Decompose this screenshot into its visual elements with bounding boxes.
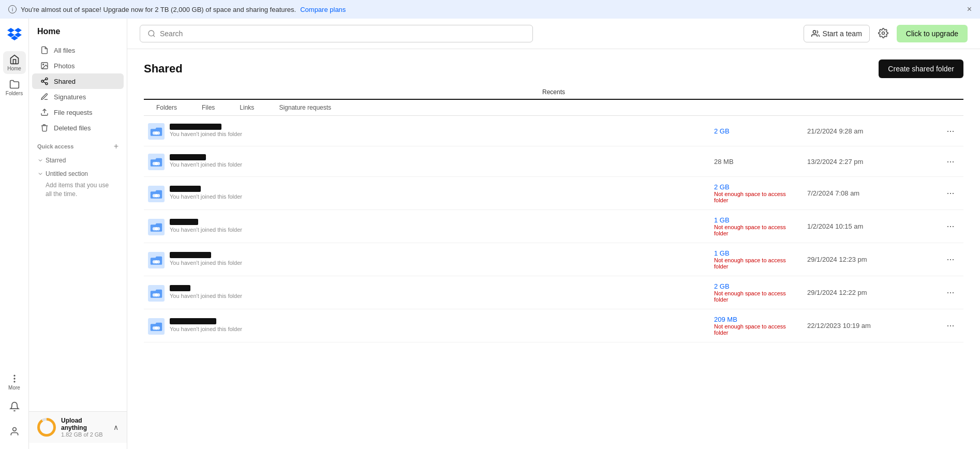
sidebar-item-all-files[interactable]: All files [32,42,124,58]
file-more-button[interactable]: ··· [942,252,958,267]
table-row[interactable]: You haven't joined this folder 1 GBNot e… [144,243,963,276]
file-subtext: You haven't joined this folder [170,260,242,266]
folder-icon [148,123,165,140]
sidebar-item-deleted-files[interactable]: Deleted files [32,120,124,136]
file-more-button[interactable]: ··· [942,318,958,333]
folder-icon [148,285,165,302]
upgrade-button[interactable]: Click to upgrade [897,25,968,42]
file-name [170,251,242,259]
file-name-redacted [170,186,201,192]
filter-signature-requests[interactable]: Signature requests [266,100,344,115]
filter-links[interactable]: Links [227,100,266,115]
svg-point-4 [14,381,15,382]
file-name-info: You haven't joined this folder [170,218,242,233]
untitled-section-label: Untitled section [46,170,88,177]
add-items-text: Add items that you use all the time. [37,179,118,201]
start-team-button[interactable]: Start a team [804,25,870,42]
deleted-files-label: Deleted files [54,124,91,132]
starred-section: Starred [29,153,127,167]
starred-header[interactable]: Starred [37,155,118,166]
team-icon [811,29,820,38]
rail-more-label: More [8,385,20,391]
banner-close-button[interactable]: × [967,5,972,14]
settings-icon [878,28,888,38]
page-area: Shared Create shared folder Recents Fold… [127,49,980,449]
shared-label: Shared [54,78,76,85]
file-actions-cell: ··· [938,119,963,143]
svg-point-5 [12,428,16,431]
svg-point-33 [157,227,160,230]
svg-point-45 [157,326,160,330]
table-row[interactable]: You haven't joined this folder 28 MB 13/… [144,146,963,177]
file-name-info: You haven't joined this folder [170,185,242,200]
file-name-cell: You haven't joined this folder [144,181,710,206]
file-name [170,284,242,292]
storage-expand-button[interactable]: ∧ [113,423,118,431]
rail-home[interactable]: Home [3,51,26,74]
compare-plans-link[interactable]: Compare plans [300,6,346,13]
svg-point-36 [153,260,156,263]
table-row[interactable]: You haven't joined this folder 2 GB 21/2… [144,116,963,146]
file-subtext: You haven't joined this folder [170,326,242,332]
file-name [170,122,242,130]
rail-folders[interactable]: Folders [3,76,26,99]
folder-icon [148,219,165,235]
svg-point-17 [882,32,884,34]
rail-more[interactable]: More [3,370,26,393]
rail-notifications[interactable] [3,395,26,418]
main-content: Start a team Click to upgrade Shared Cre… [127,19,980,449]
settings-button[interactable] [876,26,890,42]
svg-text:i: i [12,7,13,12]
file-subtext: You haven't joined this folder [170,227,242,233]
svg-point-16 [813,31,815,33]
sidebar-item-photos[interactable]: Photos [32,58,124,73]
file-more-button[interactable]: ··· [942,219,958,234]
svg-point-20 [153,131,156,134]
search-input[interactable] [160,29,525,38]
rail-user[interactable] [3,420,26,443]
svg-point-24 [153,162,156,165]
file-date-cell: 29/1/2024 12:23 pm [803,251,938,267]
folder-icon [148,252,165,268]
sidebar-item-signatures[interactable]: Signatures [32,89,124,104]
sidebar-item-shared[interactable]: Shared [32,73,124,89]
search-bar[interactable] [140,25,533,42]
starred-label: Starred [46,157,66,164]
file-more-button[interactable]: ··· [942,154,958,169]
file-more-button[interactable]: ··· [942,285,958,300]
storage-circle [37,418,56,437]
all-files-label: All files [54,47,75,54]
sidebar-item-file-requests[interactable]: File requests [32,104,124,120]
table-row[interactable]: You haven't joined this folder 2 GBNot e… [144,177,963,210]
file-date-cell: 13/2/2024 2:27 pm [803,154,938,170]
svg-point-21 [157,131,160,134]
file-name-info: You haven't joined this folder [170,122,242,137]
dropbox-logo[interactable] [7,23,22,49]
svg-point-40 [153,293,156,296]
table-row[interactable]: You haven't joined this folder 1 GBNot e… [144,210,963,243]
file-more-button[interactable]: ··· [942,124,958,139]
svg-point-41 [157,293,160,296]
svg-point-29 [157,194,160,197]
banner-text: You're almost out of space! Upgrade now … [21,6,296,13]
file-name-redacted [170,219,198,225]
file-date-cell: 7/2/2024 7:08 am [803,185,938,201]
file-name-cell: You haven't joined this folder [144,247,710,273]
file-size-cell: 28 MB [710,154,803,170]
create-shared-folder-button[interactable]: Create shared folder [879,59,963,78]
quick-access-add-button[interactable]: + [114,142,118,151]
page-title: Shared [144,62,183,76]
filter-files[interactable]: Files [189,100,227,115]
table-row[interactable]: You haven't joined this folder 209 MBNot… [144,309,963,342]
table-row[interactable]: You haven't joined this folder 2 GBNot e… [144,276,963,309]
untitled-section-header[interactable]: Untitled section [37,169,118,179]
svg-line-11 [43,82,46,83]
filter-folders[interactable]: Folders [144,100,189,115]
sidebar: Home All files Photos Shared [29,19,127,449]
file-more-button[interactable]: ··· [942,186,958,201]
svg-point-2 [14,375,15,376]
files-table: Recents Folders Files Links Signature re… [127,84,980,449]
file-date-cell: 22/12/2023 10:19 am [803,318,938,334]
file-name-info: You haven't joined this folder [170,251,242,266]
folder-icon [148,154,165,170]
